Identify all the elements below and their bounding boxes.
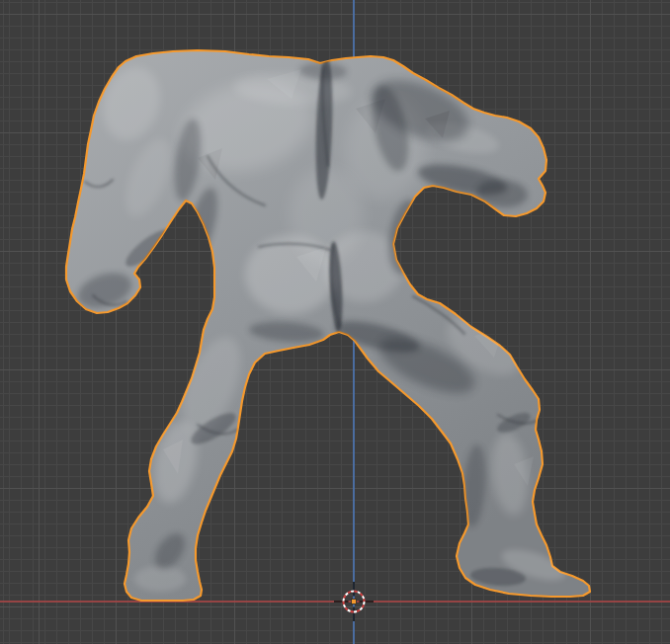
object-origin-dot	[352, 600, 357, 604]
cursor-3d	[0, 0, 670, 644]
viewport-3d[interactable]	[0, 0, 670, 644]
